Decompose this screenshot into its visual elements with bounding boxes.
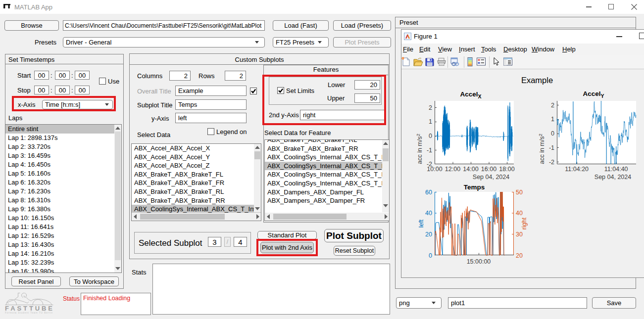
svg-text:10:00: 10:00: [427, 166, 442, 173]
svg-text:40: 40: [516, 210, 523, 217]
svg-text:12:00: 12:00: [445, 166, 460, 173]
svg-text:0: 0: [429, 133, 432, 139]
svg-text:2: 2: [429, 104, 432, 111]
svg-text:11:04:20: 11:04:20: [565, 166, 589, 173]
svg-text:11:04:40: 11:04:40: [604, 166, 628, 173]
svg-text:right: right: [521, 217, 528, 229]
svg-text:30: 30: [516, 231, 523, 238]
svg-text:40: 40: [425, 210, 432, 217]
svg-text:18:00: 18:00: [499, 166, 514, 173]
svg-text:acc in m/s2: acc in m/s2: [538, 134, 545, 164]
svg-text:2: 2: [551, 102, 554, 109]
svg-text:Sep 04, 2024: Sep 04, 2024: [473, 174, 509, 181]
svg-text:0: 0: [551, 130, 554, 137]
svg-text:1: 1: [551, 116, 554, 123]
svg-text:Formula Student Team TU Berlin: Formula Student Team TU Berlin: [5, 312, 52, 314]
svg-text:-1: -1: [427, 147, 432, 154]
svg-text:Temps: Temps: [464, 183, 485, 191]
svg-text:Sep 04, 2024: Sep 04, 2024: [594, 174, 631, 181]
svg-text:-1: -1: [549, 144, 554, 151]
svg-text:left: left: [418, 219, 425, 228]
svg-text:0: 0: [429, 252, 432, 259]
svg-text:14:00: 14:00: [463, 166, 478, 173]
svg-text:-2: -2: [549, 159, 554, 166]
svg-text:50: 50: [516, 189, 523, 196]
svg-text:20: 20: [425, 231, 432, 238]
svg-text:acc in m/s2: acc in m/s2: [415, 134, 423, 164]
svg-text:60: 60: [425, 189, 432, 196]
svg-text:15:00:00: 15:00:00: [467, 258, 491, 265]
svg-text:16:00: 16:00: [481, 166, 496, 173]
svg-text:1: 1: [429, 118, 432, 125]
svg-text:Example: Example: [521, 76, 553, 85]
svg-text:20: 20: [516, 252, 523, 259]
